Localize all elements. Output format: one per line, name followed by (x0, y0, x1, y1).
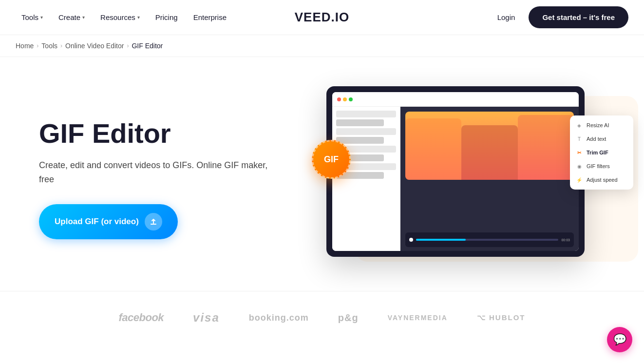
breadcrumb-tools[interactable]: Tools (41, 42, 57, 50)
people-group (405, 112, 574, 180)
ctx-gif-filters-label: GIF filters (587, 163, 610, 169)
nav-enterprise[interactable]: Enterprise (188, 9, 232, 25)
nav-pricing[interactable]: Pricing (150, 9, 184, 25)
nav-tools-label: Tools (21, 13, 38, 21)
hero-description: Create, edit and convert videos to GIFs.… (39, 158, 273, 187)
breadcrumb-gif-editor: GIF Editor (132, 42, 163, 50)
brand-facebook: facebook (118, 311, 164, 324)
breadcrumb-sep-2: › (60, 42, 62, 49)
brand-vaynermedia: VAYNERMEDIA (388, 314, 448, 322)
ctx-trim-gif[interactable]: ✂ Trim GIF (570, 146, 633, 159)
sidebar-row-4 (336, 137, 384, 144)
laptop-screen: 00:03 (332, 92, 579, 251)
timeline-progress (416, 239, 558, 241)
navbar: Tools ▾ Create ▾ Resources ▾ Pricing Ent… (0, 0, 644, 35)
site-logo[interactable]: VEED.IO (295, 10, 349, 25)
brand-pg: P&G (338, 312, 359, 324)
video-preview (405, 112, 574, 180)
ctx-adjust-speed[interactable]: ⚡ Adjust speed (570, 173, 633, 187)
sidebar-row-3 (336, 128, 396, 135)
hero-left: GIF Editor Create, edit and convert vide… (39, 118, 273, 239)
person-1 (405, 118, 461, 180)
resize-ai-icon: ◈ (576, 122, 583, 129)
adjust-speed-icon: ⚡ (576, 176, 583, 183)
trim-gif-icon: ✂ (576, 149, 583, 156)
breadcrumb-sep-1: › (37, 42, 38, 49)
login-button[interactable]: Login (492, 9, 521, 25)
dot-yellow (343, 97, 347, 101)
upload-button-label: Upload GIF (or video) (55, 217, 139, 227)
laptop-frame: 00:03 (326, 86, 585, 257)
nav-left: Tools ▾ Create ▾ Resources ▾ Pricing Ent… (16, 9, 232, 25)
chevron-down-icon: ▾ (82, 15, 85, 20)
nav-resources[interactable]: Resources ▾ (95, 9, 146, 25)
brands-section: facebook VISA Booking.com P&G VAYNERMEDI… (0, 291, 644, 344)
brand-hublot: ⌥ HUBLOT (477, 313, 526, 322)
editor-main: 00:03 (400, 107, 579, 251)
chat-icon: 💬 (613, 333, 626, 344)
laptop-topbar (332, 92, 579, 107)
breadcrumb-sep-3: › (127, 42, 129, 49)
get-started-button[interactable]: Get started – it's free (529, 6, 628, 28)
ctx-resize-ai-label: Resize AI (587, 122, 609, 128)
nav-create-label: Create (58, 13, 80, 21)
timeline-time: 00:03 (561, 238, 570, 242)
brand-visa: VISA (193, 311, 220, 325)
timeline-fill (416, 239, 466, 241)
nav-tools[interactable]: Tools ▾ (16, 9, 49, 25)
sidebar-row-2 (336, 119, 384, 126)
ctx-adjust-speed-label: Adjust speed (587, 177, 618, 183)
hero-title: GIF Editor (39, 118, 273, 149)
person-2 (461, 125, 517, 180)
ctx-add-text[interactable]: T Add text (570, 132, 633, 146)
nav-pricing-label: Pricing (155, 13, 178, 21)
timeline-play-icon (409, 238, 413, 242)
dot-red (337, 97, 341, 101)
chevron-down-icon: ▾ (40, 15, 43, 20)
laptop-content: 00:03 (332, 107, 579, 251)
nav-resources-label: Resources (100, 13, 135, 21)
nav-create[interactable]: Create ▾ (53, 9, 91, 25)
ctx-trim-gif-label: Trim GIF (587, 150, 608, 155)
add-text-icon: T (576, 135, 583, 142)
brand-booking: Booking.com (249, 313, 309, 323)
editor-sidebar (332, 107, 400, 251)
person-3 (518, 115, 574, 180)
hero-section: GIF Editor Create, edit and convert vide… (0, 57, 644, 291)
sidebar-row-1 (336, 111, 396, 117)
breadcrumb: Home › Tools › Online Video Editor › GIF… (0, 35, 644, 57)
ctx-gif-filters[interactable]: ◉ GIF filters (570, 159, 633, 173)
dot-green (349, 97, 353, 101)
ctx-add-text-label: Add text (587, 136, 606, 142)
context-menu: ◈ Resize AI T Add text ✂ Trim GIF ◉ GIF … (570, 115, 633, 190)
nav-enterprise-label: Enterprise (193, 13, 227, 21)
upload-button[interactable]: Upload GIF (or video) (39, 204, 178, 239)
gif-badge: GIF (312, 140, 351, 179)
timeline-bar: 00:03 (405, 232, 574, 247)
chevron-down-icon: ▾ (137, 15, 140, 20)
hero-illustration: GIF (326, 86, 628, 271)
breadcrumb-video-editor[interactable]: Online Video Editor (65, 42, 124, 50)
nav-right: Login Get started – it's free (492, 6, 628, 28)
upload-icon (145, 213, 162, 230)
breadcrumb-home[interactable]: Home (16, 42, 34, 50)
gif-filters-icon: ◉ (576, 163, 583, 170)
ctx-resize-ai[interactable]: ◈ Resize AI (570, 118, 633, 132)
